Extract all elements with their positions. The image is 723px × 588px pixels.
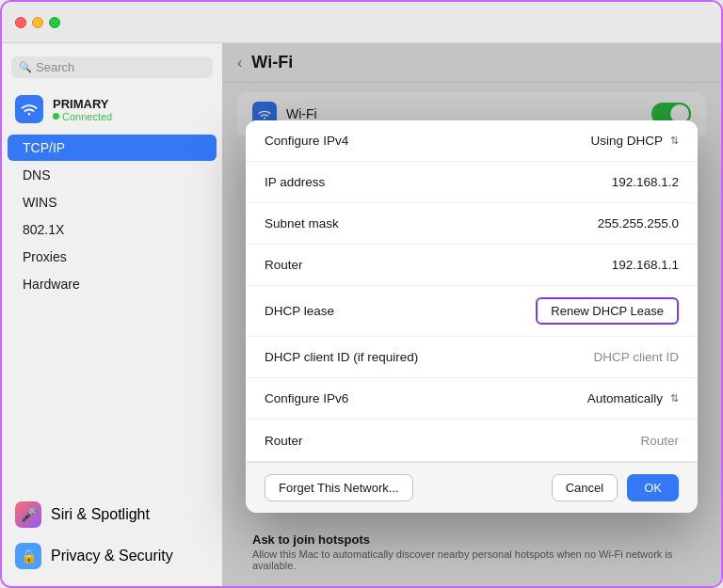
configure-ipv6-value[interactable]: Automatically ⇅ — [587, 391, 679, 405]
router-ipv6-label: Router — [265, 434, 303, 448]
ip-value: 192.168.1.2 — [612, 175, 679, 189]
sidebar-bottom: 🎤 Siri & Spotlight 🔒 Privacy & Security — [2, 494, 222, 577]
siri-label: Siri & Spotlight — [51, 506, 150, 523]
renew-dhcp-button[interactable]: Renew DHCP Lease — [536, 297, 679, 325]
close-button[interactable] — [15, 17, 26, 28]
traffic-lights — [15, 17, 60, 28]
configure-ipv4-text: Using DHCP — [590, 134, 663, 148]
search-bar[interactable]: 🔍 Search — [11, 56, 213, 78]
network-info: PRIMARY Connected — [53, 97, 112, 122]
modal-footer: Forget This Network... Cancel OK — [246, 462, 698, 513]
configure-ipv6-label: Configure IPv6 — [265, 391, 348, 405]
nav-item-dns[interactable]: DNS — [8, 162, 217, 188]
main-content: 🔍 Search PRIMARY Connected — [2, 43, 721, 588]
nav-item-proxies[interactable]: Proxies — [8, 244, 217, 270]
settings-row-configure-ipv6: Configure IPv6 Automatically ⇅ — [246, 378, 698, 420]
cancel-button[interactable]: Cancel — [552, 474, 618, 501]
nav-item-wins[interactable]: WINS — [8, 189, 217, 215]
sidebar-item-siri[interactable]: 🎤 Siri & Spotlight — [2, 494, 222, 535]
configure-ipv6-text: Automatically — [587, 391, 663, 405]
ip-label: IP address — [265, 175, 325, 189]
nav-item-8021x[interactable]: 802.1X — [8, 216, 217, 243]
settings-row-ip: IP address 192.168.1.2 — [246, 162, 698, 203]
sidebar: 🔍 Search PRIMARY Connected — [2, 43, 222, 588]
settings-row-router-ipv6: Router Router — [246, 420, 698, 461]
settings-row-dhcp-lease: DHCP lease Renew DHCP Lease — [246, 286, 698, 337]
status-dot — [53, 113, 59, 119]
minimize-button[interactable] — [32, 17, 43, 28]
dhcp-lease-label: DHCP lease — [265, 304, 334, 318]
maximize-button[interactable] — [49, 17, 60, 28]
dhcp-client-label: DHCP client ID (if required) — [265, 350, 418, 364]
sidebar-item-privacy[interactable]: 🔒 Privacy & Security — [2, 535, 222, 577]
settings-row-subnet: Subnet mask 255.255.255.0 — [246, 203, 698, 245]
search-placeholder: Search — [36, 60, 74, 74]
privacy-label: Privacy & Security — [51, 548, 173, 564]
status-text: Connected — [62, 111, 112, 122]
dhcp-client-value[interactable]: DHCP client ID — [593, 350, 679, 364]
settings-section: Configure IPv4 Using DHCP ⇅ IP address 1… — [246, 120, 698, 462]
title-bar — [2, 2, 721, 43]
network-item[interactable]: PRIMARY Connected — [2, 87, 222, 131]
nav-item-tcpip[interactable]: TCP/IP — [8, 135, 217, 161]
router-value: 192.168.1.1 — [612, 258, 679, 272]
settings-row-router: Router 192.168.1.1 — [246, 245, 698, 286]
siri-icon: 🎤 — [15, 501, 41, 528]
router-label: Router — [265, 258, 303, 272]
wifi-icon-svg — [21, 103, 38, 116]
search-icon: 🔍 — [19, 61, 32, 73]
forget-network-button[interactable]: Forget This Network... — [265, 474, 413, 501]
right-area: ‹ Wi-Fi Wi-Fi — [222, 43, 721, 588]
ok-button[interactable]: OK — [627, 474, 679, 501]
privacy-icon: 🔒 — [15, 543, 41, 569]
configure-ipv4-value[interactable]: Using DHCP ⇅ — [590, 134, 679, 148]
dropdown-icon: ⇅ — [670, 135, 679, 147]
modal-body: Configure IPv4 Using DHCP ⇅ IP address 1… — [246, 120, 698, 462]
nav-list: TCP/IP DNS WINS 802.1X Proxies Hardware — [2, 135, 222, 297]
nav-item-hardware[interactable]: Hardware — [8, 271, 217, 297]
configure-ipv4-label: Configure IPv4 — [265, 134, 348, 148]
settings-row-dhcp-client: DHCP client ID (if required) DHCP client… — [246, 337, 698, 378]
wifi-network-icon — [15, 95, 43, 123]
footer-right: Cancel OK — [552, 474, 679, 501]
network-name: PRIMARY — [53, 97, 112, 111]
dropdown-icon-2: ⇅ — [670, 392, 679, 405]
modal-dialog: Configure IPv4 Using DHCP ⇅ IP address 1… — [246, 120, 698, 513]
subnet-value: 255.255.255.0 — [598, 216, 679, 230]
router-ipv6-value: Router — [640, 434, 679, 448]
network-status: Connected — [53, 111, 112, 122]
subnet-label: Subnet mask — [265, 216, 339, 230]
mac-window: 🔍 Search PRIMARY Connected — [0, 0, 723, 588]
settings-row-configure-ipv4: Configure IPv4 Using DHCP ⇅ — [246, 120, 698, 162]
modal-overlay: Configure IPv4 Using DHCP ⇅ IP address 1… — [222, 43, 721, 588]
